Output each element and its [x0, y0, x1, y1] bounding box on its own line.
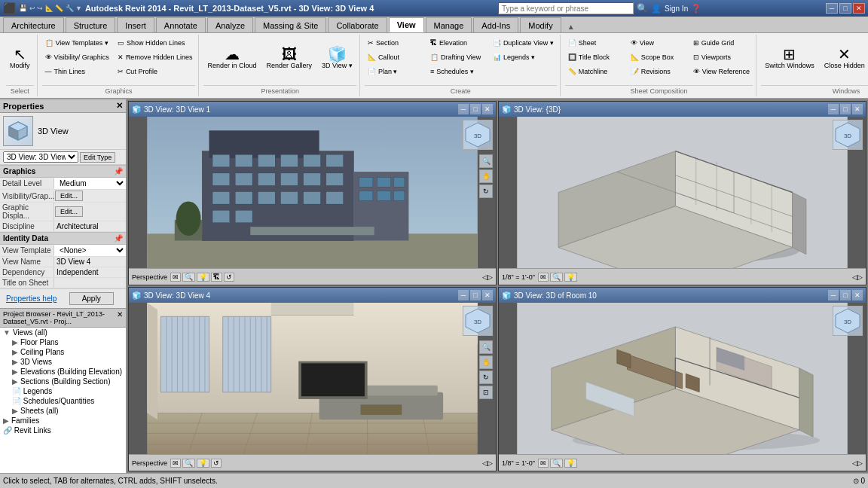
tree-legends[interactable]: 📄 Legends — [0, 386, 126, 396]
search-icon[interactable]: 🔍 — [637, 3, 648, 14]
vp3-pan-btn[interactable]: ✋ — [479, 355, 493, 369]
vp3-footer-btn1[interactable]: ✉ — [170, 459, 181, 468]
vp4-close[interactable]: ✕ — [852, 290, 863, 300]
vp3-zoom-btn[interactable]: 🔍 — [479, 340, 493, 354]
matchline-btn[interactable]: 📏 Matchline — [565, 65, 625, 78]
tab-massing[interactable]: Massing & Site — [255, 17, 326, 32]
close-hidden-btn[interactable]: ✕ Close Hidden — [821, 36, 868, 80]
view-dropdown[interactable]: 3D View: 3D View 4 — [3, 151, 78, 163]
drafting-btn[interactable]: 📋 Drafting View — [427, 50, 487, 64]
properties-help-link[interactable]: Properties help — [3, 294, 60, 303]
title-block-btn[interactable]: 🔲 Title Block — [565, 50, 625, 64]
graphic-display-btn[interactable]: Edit... — [55, 206, 83, 217]
restore-btn[interactable]: □ — [839, 3, 851, 14]
sheet-btn[interactable]: 📄 Sheet — [565, 36, 625, 50]
viewports-btn[interactable]: ⊡ Viewports — [690, 50, 753, 64]
vp2-restore[interactable]: □ — [840, 104, 851, 114]
vp2-nav-cube[interactable]: 3D — [833, 120, 863, 150]
tab-annotate[interactable]: Annotate — [156, 17, 206, 32]
vp2-minimize[interactable]: ─ — [828, 104, 839, 114]
edit-type-btn[interactable]: Edit Type — [80, 152, 115, 163]
plan-btn[interactable]: 📄 Plan ▾ — [365, 65, 425, 78]
vp2-footer-btn3[interactable]: 💡 — [564, 273, 577, 282]
tab-analyze[interactable]: Analyze — [207, 17, 253, 32]
legends-btn[interactable]: 📊 Legends ▾ — [490, 50, 557, 64]
vp1-zoom-btn[interactable]: 🔍 — [479, 154, 493, 168]
tab-manage[interactable]: Manage — [426, 17, 472, 32]
vp1-footer-btn2[interactable]: 🔍 — [182, 273, 195, 282]
scope-box-btn[interactable]: 📐 Scope Box — [628, 50, 688, 64]
tree-sheets[interactable]: ▶ Sheets (all) — [0, 406, 126, 416]
render-gallery-btn[interactable]: 🖼 Render Gallery — [262, 36, 316, 80]
help-btn[interactable]: 👤 — [651, 4, 662, 14]
tree-elevations[interactable]: ▶ Elevations (Building Elevation) — [0, 367, 126, 377]
vp1-pan-btn[interactable]: ✋ — [479, 169, 493, 183]
vp1-orbit-btn[interactable]: ↻ — [479, 185, 493, 198]
tab-addins[interactable]: Add-Ins — [473, 17, 518, 32]
vp3-region-btn[interactable]: ⊡ — [479, 386, 493, 399]
vp3-orbit-btn[interactable]: ↻ — [479, 371, 493, 384]
view-comp-btn[interactable]: 👁 View — [628, 36, 688, 50]
vp1-nav-cube[interactable]: 3D — [463, 120, 493, 150]
vp2-footer-btn2[interactable]: 🔍 — [550, 273, 563, 282]
render-cloud-btn[interactable]: ☁ Render in Cloud — [203, 36, 260, 80]
modify-btn[interactable]: ↖ Modify — [6, 36, 34, 80]
thin-lines-btn[interactable]: — Thin Lines — [42, 65, 112, 78]
tab-view[interactable]: View — [389, 17, 424, 32]
vp3-footer-btn2[interactable]: 🔍 — [182, 459, 195, 468]
view-template-value[interactable]: <None> — [54, 245, 126, 256]
vp3-footer-btn4[interactable]: ↺ — [211, 459, 222, 468]
viewport-3d-view-3d[interactable]: 🧊 3D View: {3D} ─ □ ✕ — [498, 101, 866, 285]
section-btn[interactable]: ✂ Section — [365, 36, 425, 50]
tab-architecture[interactable]: Architecture — [3, 17, 64, 32]
vp1-content[interactable]: 3D 🔍 ✋ ↻ — [129, 117, 496, 268]
properties-close[interactable]: ✕ — [116, 101, 123, 111]
vp4-restore[interactable]: □ — [840, 290, 851, 300]
apply-btn[interactable]: Apply — [69, 292, 114, 305]
help-icon[interactable]: ❓ — [691, 4, 701, 14]
tab-insert[interactable]: Insert — [117, 17, 154, 32]
tab-collaborate[interactable]: Collaborate — [328, 17, 387, 32]
tree-ceiling-plans[interactable]: ▶ Ceiling Plans — [0, 347, 126, 357]
vp1-restore[interactable]: □ — [470, 104, 481, 114]
viewport-3d-view-4[interactable]: 🧊 3D View: 3D View 4 ─ □ ✕ — [128, 287, 497, 471]
vp4-content[interactable]: 3D — [499, 303, 866, 454]
vp2-footer-btn1[interactable]: ✉ — [538, 273, 549, 282]
3d-view-btn[interactable]: 🧊 3D View ▾ — [318, 36, 356, 80]
viewport-3d-room-10[interactable]: 🧊 3D View: 3D of Room 10 ─ □ ✕ — [498, 287, 866, 471]
vp1-footer-btn3[interactable]: 💡 — [197, 273, 209, 282]
sign-in-btn[interactable]: Sign In — [665, 5, 688, 13]
vp1-close[interactable]: ✕ — [482, 104, 493, 114]
tab-modify[interactable]: Modify — [520, 17, 561, 32]
expand-ribbon-btn[interactable]: ▲ — [563, 21, 579, 32]
vp3-minimize[interactable]: ─ — [458, 290, 469, 300]
tree-floor-plans[interactable]: ▶ Floor Plans — [0, 337, 126, 347]
vp4-minimize[interactable]: ─ — [828, 290, 839, 300]
switch-windows-btn[interactable]: ⊞ Switch Windows — [761, 36, 818, 80]
remove-hidden-btn[interactable]: ✕ Remove Hidden Lines — [115, 50, 196, 64]
cut-profile-btn[interactable]: ✂ Cut Profile — [115, 65, 196, 78]
vp1-footer-btn4[interactable]: 🏗 — [211, 273, 222, 282]
vp4-footer-btn1[interactable]: ✉ — [538, 459, 549, 468]
show-hidden-btn[interactable]: ▭ Show Hidden Lines — [115, 36, 196, 50]
vp2-close[interactable]: ✕ — [852, 104, 863, 114]
callout-btn[interactable]: 📐 Callout — [365, 50, 425, 64]
vp1-footer-btn5[interactable]: ↺ — [224, 273, 234, 282]
vp3-close[interactable]: ✕ — [482, 290, 493, 300]
detail-level-value[interactable]: Medium — [54, 178, 126, 189]
project-browser-close[interactable]: ✕ — [117, 310, 123, 325]
vp1-footer-btn1[interactable]: ✉ — [170, 273, 181, 282]
view-reference-btn[interactable]: 👁 View Reference — [690, 65, 753, 78]
vp1-minimize[interactable]: ─ — [458, 104, 469, 114]
visibility-graphics-btn[interactable]: 👁 Visibility/ Graphics — [42, 50, 112, 64]
elevation-btn[interactable]: 🏗 Elevation — [427, 36, 487, 50]
tree-revit-links[interactable]: 🔗 Revit Links — [0, 425, 126, 435]
vp4-footer-btn3[interactable]: 💡 — [564, 459, 577, 468]
vp4-footer-btn2[interactable]: 🔍 — [550, 459, 563, 468]
revisions-btn[interactable]: 📝 Revisions — [628, 65, 688, 78]
vp3-nav-cube[interactable]: 3D — [463, 306, 493, 336]
guide-grid-btn[interactable]: ⊞ Guide Grid — [690, 36, 753, 50]
view-templates-btn[interactable]: 📋 View Templates ▾ — [42, 36, 112, 50]
minimize-btn[interactable]: ─ — [826, 3, 838, 14]
tree-sections[interactable]: ▶ Sections (Building Section) — [0, 377, 126, 386]
